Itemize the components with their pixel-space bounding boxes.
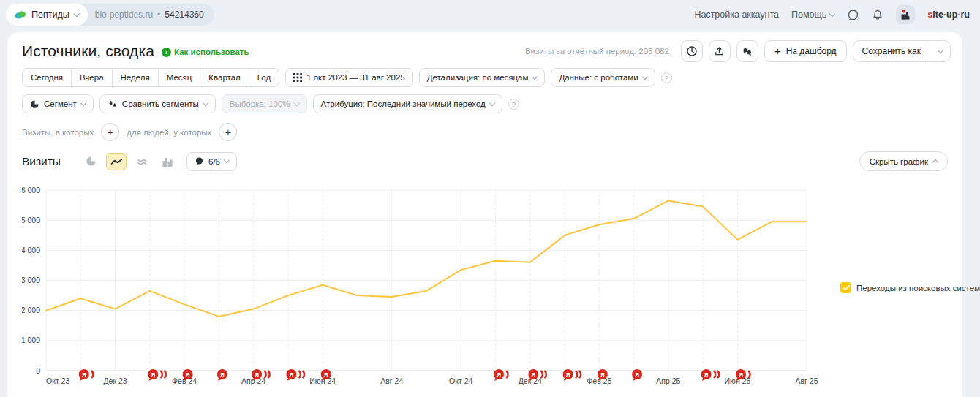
- svg-text:Я: Я: [497, 371, 501, 378]
- chevron-down-icon: [80, 99, 86, 105]
- counter-id: 54214360: [165, 10, 203, 20]
- add-users-condition-button[interactable]: +: [219, 123, 237, 141]
- segment-label: Сегмент: [44, 99, 77, 108]
- svg-text:1 000: 1 000: [22, 336, 40, 344]
- svg-text:5 000: 5 000: [22, 216, 40, 224]
- svg-text:Окт 23: Окт 23: [46, 377, 69, 385]
- feedback-chat-icon[interactable]: [847, 9, 859, 21]
- page-header: Источники, сводка i Как использовать Виз…: [22, 40, 951, 62]
- add-visits-condition-button[interactable]: +: [101, 123, 119, 141]
- help-menu[interactable]: Помощь: [791, 10, 834, 20]
- help-icon[interactable]: ?: [661, 72, 672, 83]
- visits-total: Визиты за отчётный период: 205 082: [525, 47, 669, 56]
- counter-name: Пептиды: [31, 10, 69, 20]
- chart-event-marker[interactable]: Я: [217, 369, 227, 381]
- counter-meta: bio-peptides.ru • 54214360: [88, 10, 214, 20]
- svg-text:Я: Я: [220, 371, 225, 378]
- export-button[interactable]: [709, 40, 731, 62]
- svg-text:Я: Я: [531, 371, 535, 378]
- data-mode-label: Данные: с роботами: [559, 73, 638, 82]
- hide-chart-button[interactable]: Скрыть график: [859, 151, 948, 171]
- svg-text:Я: Я: [255, 371, 259, 378]
- how-to-use-link[interactable]: i Как использовать: [162, 48, 249, 57]
- stacked-chart-type-button[interactable]: [132, 153, 152, 170]
- period-tab[interactable]: Вчера: [72, 69, 112, 86]
- segment-filters-row: Сегмент Сравнить сегменты Выборка: 100% …: [22, 94, 519, 113]
- chevron-up-icon: [932, 159, 938, 165]
- period-tab[interactable]: Сегодня: [23, 69, 72, 86]
- attribution-dropdown[interactable]: Атрибуция: Последний значимый переход: [313, 94, 502, 113]
- period-tab[interactable]: Год: [249, 69, 279, 86]
- user-avatar[interactable]: [896, 5, 915, 24]
- help-icon[interactable]: ?: [508, 99, 519, 110]
- chart-title: Визиты: [22, 155, 61, 168]
- save-as-button[interactable]: Сохранить как: [853, 41, 930, 61]
- svg-text:6 000: 6 000: [22, 186, 40, 194]
- pie-chart-type-button[interactable]: [80, 153, 101, 170]
- save-as-split-button: Сохранить как: [853, 40, 951, 62]
- svg-text:Я: Я: [739, 371, 743, 378]
- counter-switcher[interactable]: Пептиды bio-peptides.ru • 54214360: [6, 4, 214, 26]
- detail-dropdown[interactable]: Детализация: по месяцам: [419, 68, 546, 87]
- detail-label: Детализация: по месяцам: [427, 73, 529, 82]
- comments-button[interactable]: [736, 40, 758, 62]
- add-to-dashboard-button[interactable]: + На дашборд: [764, 40, 847, 62]
- sampling-label: Выборка: 100%: [230, 99, 290, 108]
- chevron-down-icon: [829, 10, 835, 16]
- svg-text:Авг 24: Авг 24: [380, 377, 403, 385]
- svg-text:0: 0: [36, 366, 40, 375]
- save-as-menu-button[interactable]: [930, 41, 950, 61]
- segment-dropdown[interactable]: Сегмент: [22, 94, 94, 113]
- chevron-down-icon: [293, 99, 299, 105]
- svg-text:Я: Я: [704, 371, 709, 378]
- chart-area[interactable]: 01 0002 0003 0004 0005 0006 000Окт 23Дек…: [22, 181, 933, 397]
- svg-text:Я: Я: [635, 371, 639, 378]
- chart-event-marker[interactable]: Я: [632, 369, 642, 381]
- report-card: Источники, сводка i Как использовать Виз…: [7, 32, 962, 397]
- chevron-down-icon: [224, 157, 230, 163]
- attribution-label: Атрибуция: Последний значимый переход: [321, 99, 486, 108]
- period-tab[interactable]: Квартал: [200, 69, 249, 86]
- data-mode-dropdown[interactable]: Данные: с роботами: [551, 68, 655, 87]
- date-range-label: 1 окт 2023 — 31 авг 2025: [306, 73, 405, 82]
- username[interactable]: site-up-ru: [927, 10, 970, 20]
- counter-select[interactable]: Пептиды: [6, 4, 88, 26]
- notes-filter-dropdown[interactable]: 6/6: [186, 152, 237, 171]
- page-title: Источники, сводка: [22, 42, 154, 60]
- svg-text:Окт 24: Окт 24: [449, 377, 472, 385]
- topbar-right: Настройка аккаунта Помощь site-up-ru: [694, 5, 970, 24]
- legend-item[interactable]: Переходы из поисковых систем: [840, 282, 980, 293]
- pie-segment-icon: [30, 99, 39, 109]
- help-label: Помощь: [791, 10, 826, 20]
- period-tab[interactable]: Месяц: [159, 69, 201, 86]
- counter-logo-icon: [15, 10, 26, 20]
- chevron-down-icon: [641, 73, 647, 79]
- users-condition-label: для людей, у которых: [127, 128, 211, 137]
- history-clock-button[interactable]: [681, 40, 703, 62]
- drops-compare-icon: [108, 99, 118, 109]
- topbar: Пептиды bio-peptides.ru • 54214360 Настр…: [0, 0, 980, 29]
- period-tab[interactable]: Неделя: [113, 69, 159, 86]
- legend-checkbox[interactable]: [840, 282, 851, 293]
- svg-text:Я: Я: [186, 371, 190, 378]
- svg-text:Я: Я: [324, 371, 328, 378]
- date-range-button[interactable]: 1 окт 2023 — 31 авг 2025: [285, 68, 413, 87]
- svg-text:Я: Я: [566, 371, 570, 378]
- notifications-bell-icon[interactable]: [872, 9, 883, 21]
- compare-segments-dropdown[interactable]: Сравнить сегменты: [99, 94, 216, 113]
- compare-segments-label: Сравнить сегменты: [122, 99, 199, 108]
- svg-text:Апр 25: Апр 25: [656, 377, 680, 385]
- plus-icon: +: [774, 45, 781, 56]
- bar-chart-type-button[interactable]: [157, 153, 178, 170]
- notes-counter: 6/6: [208, 157, 220, 166]
- info-icon: i: [162, 48, 171, 57]
- line-chart-type-button[interactable]: [106, 153, 127, 170]
- account-settings-link[interactable]: Настройка аккаунта: [694, 10, 779, 20]
- legend-label: Переходы из поисковых систем: [856, 284, 980, 292]
- chevron-down-icon: [489, 99, 495, 105]
- svg-text:Дек 23: Дек 23: [103, 377, 127, 385]
- hide-chart-label: Скрыть график: [870, 157, 928, 166]
- username-rest: ite-up-ru: [932, 10, 970, 20]
- how-to-use-label: Как использовать: [174, 48, 249, 56]
- chevron-down-icon: [73, 10, 79, 16]
